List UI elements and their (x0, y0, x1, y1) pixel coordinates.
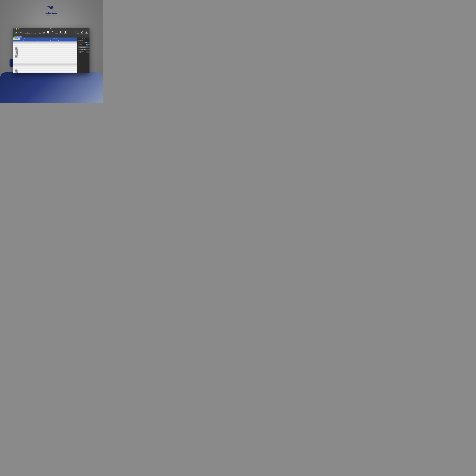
cell-credit (27, 45, 34, 46)
cell-date (60, 55, 65, 56)
cell-date (60, 48, 65, 49)
logo-arabic-text: مكتبة تعاهد (45, 12, 57, 14)
cell-credit (27, 64, 34, 65)
cell-account (34, 45, 43, 46)
cell-desc (43, 58, 56, 59)
table-row[interactable]: CA$0.00 (13, 46, 77, 47)
cell-code (56, 47, 60, 48)
table-row[interactable]: CA$0.00 (13, 53, 77, 54)
cell-account (34, 70, 43, 71)
logo-area: مكتبة تعاهد Taahod Library (45, 2, 58, 16)
shape-button[interactable]: ◻ Shape (55, 31, 58, 34)
cell-code (56, 53, 60, 54)
table-row[interactable]: CA$0.00 (13, 43, 77, 44)
add-tab-button[interactable]: + (14, 36, 16, 37)
close-button[interactable] (14, 28, 16, 30)
table-row[interactable]: CA$0.00 (13, 58, 77, 59)
svg-point-6 (55, 7, 56, 7)
cell-date (60, 58, 65, 59)
cell-account (34, 64, 43, 65)
traffic-lights (14, 28, 19, 30)
table-row[interactable]: CA$0.00 (13, 56, 77, 57)
table-button[interactable]: ▦ Table (42, 31, 46, 34)
tab-sheet1[interactable]: الورقة14 (16, 36, 22, 37)
text-button[interactable]: T Text (51, 31, 54, 34)
table-row[interactable]: CA$0.00 (13, 66, 77, 67)
background-row: Background (78, 44, 89, 46)
table-row[interactable]: CA$0.00 (13, 55, 77, 56)
table-row[interactable]: CA$0.00 (13, 73, 77, 73)
table-label: Table (43, 33, 45, 34)
add-category-button[interactable]: ⊕ Add Category (24, 31, 31, 34)
cell-debit (20, 69, 27, 70)
cell-date (60, 52, 65, 53)
table-row[interactable]: CA$0.00 (13, 65, 77, 66)
table-row[interactable]: CA$0.00 (13, 69, 77, 70)
table-row[interactable]: CA$0.00 (13, 70, 77, 71)
cell-debit (20, 70, 27, 71)
table-row[interactable]: CA$0.00 (13, 47, 77, 48)
spreadsheet-area[interactable]: CA$0.00 الرصيد الافتتاحي دفتر الأستاذ ال… (13, 37, 77, 73)
toolbar-sep-2 (37, 31, 37, 34)
format-button[interactable]: 🖌 Format (80, 31, 84, 34)
media-button[interactable]: 🖼 Media (59, 31, 63, 34)
cell-account (34, 57, 43, 58)
share-button[interactable]: ↑ Share (76, 31, 80, 34)
text-icon: T (52, 31, 53, 33)
cell-date (60, 64, 65, 65)
col-header-credit: معين (27, 40, 34, 41)
cell-balance: CA$0.00 (13, 48, 20, 49)
delete-sheet-button[interactable]: Delete Sheet (78, 49, 89, 51)
cell-debit (20, 62, 27, 63)
maximize-button[interactable] (18, 28, 19, 30)
zoom-control[interactable]: 125% ▾ (18, 32, 23, 33)
table-row[interactable]: CA$0.00 (13, 59, 77, 60)
chart-button[interactable]: 📊 Chart (46, 31, 50, 34)
cell-debit (20, 41, 27, 42)
cell-credit (27, 46, 34, 47)
table-row[interactable]: CA$0.00 (13, 62, 77, 64)
cell-desc (43, 43, 56, 44)
cell-balance: CA$0.00 (13, 50, 20, 51)
table-row[interactable]: CA$0.00 (13, 52, 77, 53)
duplicate-sheet-button[interactable]: Duplicate Sheet (78, 47, 89, 48)
cell-debit (20, 53, 27, 54)
table-row[interactable]: CA$0.00 (13, 44, 77, 45)
table-row[interactable]: CA$0.00 (13, 64, 77, 65)
minimize-button[interactable] (16, 28, 17, 30)
table-row[interactable]: CA$0.00 (13, 60, 77, 61)
table-row[interactable]: CA$0.00 (13, 54, 77, 55)
pivot-table-button[interactable]: ⊡ Pivot Table (31, 31, 36, 34)
comment-button[interactable]: 💬 Comment (63, 31, 68, 34)
cell-desc (43, 57, 56, 58)
table-row[interactable]: CA$0.00 (13, 50, 77, 51)
zoom-chevron-icon: ▾ (21, 32, 22, 33)
view-button[interactable]: ⊞ View (14, 31, 18, 34)
table-row[interactable]: CA$0.00 (13, 49, 77, 50)
main-title-cell: دفتر الأستاذ العام (31, 37, 77, 40)
insert-button[interactable]: ⬇ Insert (38, 31, 42, 34)
table-row[interactable]: CA$0.00 (13, 41, 77, 43)
sheet-name-input[interactable] (78, 42, 89, 43)
cell-code (56, 64, 60, 65)
table-row[interactable]: CA$0.00 (13, 45, 77, 46)
cell-desc (43, 48, 56, 49)
table-row[interactable]: CA$0.00 (13, 61, 77, 62)
table-row[interactable]: CA$0.00 (13, 48, 77, 49)
table-row[interactable]: CA$0.00 (13, 72, 77, 73)
organize-button[interactable]: ⚙ Organize (84, 31, 89, 34)
table-row[interactable]: CA$0.00 (13, 67, 77, 68)
cell-debit (20, 60, 27, 61)
cell-desc (43, 59, 56, 60)
direction-button[interactable]: →← (86, 51, 89, 53)
table-row[interactable]: CA$0.00 (13, 51, 77, 52)
cell-date (60, 59, 65, 60)
table-row[interactable]: CA$0.00 (13, 68, 77, 69)
cell-code (56, 69, 60, 70)
table-row[interactable]: CA$0.00 (13, 57, 77, 58)
cell-date (60, 47, 65, 48)
background-toggle[interactable] (86, 44, 89, 46)
cell-desc (43, 44, 56, 45)
table-row[interactable]: CA$0.00 (13, 71, 77, 72)
cell-balance: CA$0.00 (13, 41, 20, 42)
